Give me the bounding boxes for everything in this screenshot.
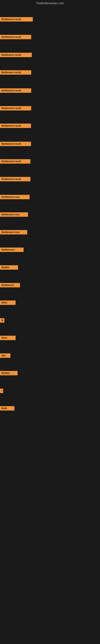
- bottleneck-label-3: Bottleneck result: [0, 53, 32, 57]
- bottleneck-item-5: Bottleneck result: [0, 88, 31, 94]
- bottleneck-item-9: Bottleneck result: [0, 159, 30, 164]
- bottleneck-label-13: Bottleneck resu: [0, 230, 27, 234]
- bottleneck-label-16: Bottleneck: [0, 283, 20, 288]
- site-title: TheBottlenecker.com: [0, 0, 100, 6]
- bottleneck-label-2: Bottleneck result: [0, 35, 31, 39]
- bottleneck-label-17: Bottl: [0, 300, 16, 305]
- bottleneck-label-6: Bottleneck result: [0, 106, 31, 110]
- bottleneck-item-13: Bottleneck resu: [0, 230, 27, 235]
- bottleneck-label-5: Bottleneck result: [0, 88, 31, 93]
- bottleneck-label-9: Bottleneck result: [0, 159, 30, 164]
- bottleneck-label-7: Bottleneck result: [0, 124, 31, 128]
- bottleneck-item-19: Bottl: [0, 336, 16, 341]
- bottleneck-item-12: Bottleneck resu: [0, 212, 28, 218]
- bottleneck-item-6: Bottleneck result: [0, 106, 31, 111]
- bottleneck-label-19: Bottl: [0, 336, 16, 340]
- bottleneck-item-10: Bottleneck result: [0, 177, 30, 182]
- bottleneck-item-1: Bottleneck result: [0, 17, 33, 22]
- bottleneck-label-8: Bottleneck result: [0, 142, 31, 146]
- bottleneck-label-10: Bottleneck result: [0, 177, 30, 181]
- bottleneck-item-17: Bottl: [0, 300, 16, 306]
- bottleneck-label-4: Bottleneck result: [0, 70, 31, 75]
- bottleneck-item-21: Bottlen: [0, 371, 18, 376]
- bottleneck-label-14: Bottleneck r: [0, 248, 24, 252]
- bottleneck-label-21: Bottlen: [0, 371, 18, 375]
- bottleneck-item-22: l: [0, 388, 3, 394]
- bottleneck-label-11: Bottleneck resu: [0, 195, 30, 199]
- bottleneck-item-7: Bottleneck result: [0, 124, 31, 129]
- bottleneck-label-15: Bottler: [0, 265, 18, 270]
- bottleneck-item-3: Bottleneck result: [0, 53, 32, 58]
- bottleneck-label-23: Bottl: [0, 406, 14, 410]
- bottleneck-label-20: Bot: [0, 354, 10, 358]
- bottleneck-item-15: Bottler: [0, 265, 18, 270]
- bottleneck-item-20: Bot: [0, 354, 10, 359]
- bottleneck-item-14: Bottleneck r: [0, 248, 24, 253]
- bottleneck-label-22: l: [0, 388, 3, 393]
- bottleneck-item-16: Bottleneck: [0, 283, 20, 288]
- bottleneck-item-11: Bottleneck resu: [0, 195, 30, 200]
- bottleneck-label-1: Bottleneck result: [0, 17, 33, 22]
- bottleneck-item-2: Bottleneck result: [0, 35, 31, 40]
- bottleneck-label-12: Bottleneck resu: [0, 212, 28, 217]
- bottleneck-item-8: Bottleneck result: [0, 142, 31, 147]
- bottleneck-label-18: B: [0, 318, 4, 322]
- bottleneck-item-18: B: [0, 318, 4, 324]
- bottleneck-item-23: Bottl: [0, 406, 14, 411]
- bottleneck-item-4: Bottleneck result: [0, 70, 31, 76]
